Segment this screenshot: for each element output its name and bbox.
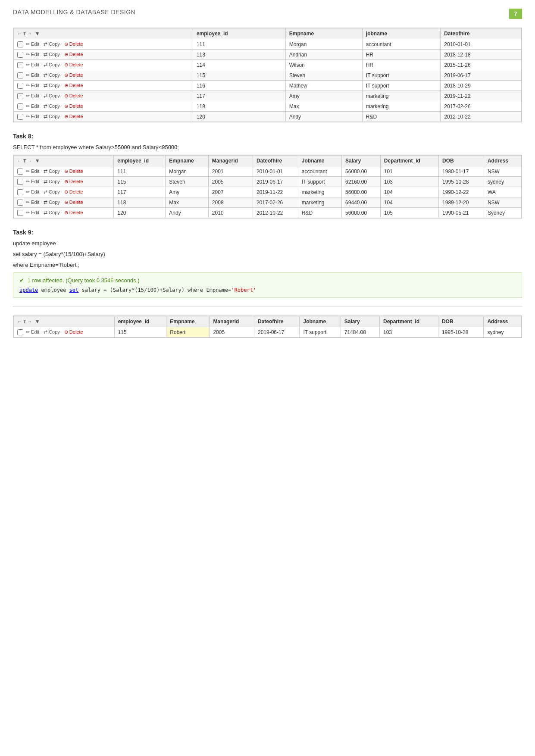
edit-button[interactable]: ✏ Edit [24,93,41,99]
t3-col-managerid: Managerid [210,316,254,327]
t2-col-jobname: Jobname [298,156,341,166]
edit-button[interactable]: ✏ Edit [24,62,41,68]
dateofhire-cell: 2012-10-22 [253,208,298,218]
edit-button[interactable]: ✏ Edit [24,103,41,109]
address-cell: Sydney [484,208,521,218]
row-checkbox[interactable] [17,103,23,109]
task9-query-line2: set salary = (Salary*(15/100)+Salary) [13,251,522,257]
edit-button[interactable]: ✏ Edit [24,51,41,58]
delete-button[interactable]: ⊖ Delete [63,178,85,185]
dateofhire-cell: 2019-06-17 [441,70,522,81]
salary-cell: 56000.00 [342,187,381,197]
row-checkbox[interactable] [17,114,23,120]
edit-button[interactable]: ✏ Edit [24,199,41,206]
delete-button[interactable]: ⊖ Delete [63,93,85,99]
checkmark-icon: ✔ [19,277,24,284]
delete-button[interactable]: ⊖ Delete [63,113,85,120]
delete-button[interactable]: ⊖ Delete [63,168,85,175]
employee-id-cell: 114 [193,60,285,70]
copy-button[interactable]: ⇄ Copy [42,178,62,185]
dob-cell: 1989-12-20 [439,197,484,208]
row-checkbox[interactable] [17,41,23,47]
action-cell: ✏ Edit ⇄ Copy ⊖ Delete [14,101,193,112]
edit-button[interactable]: ✏ Edit [24,82,41,89]
employee-id-cell: 111 [114,166,166,177]
edit-button[interactable]: ✏ Edit [24,178,41,185]
edit-button[interactable]: ✏ Edit [24,329,41,335]
table1: ← T → ▼ employee_id Empname jobname Date… [13,28,522,122]
table1-col-actions: ← T → ▼ [14,28,193,39]
filter-icon-2[interactable]: ▼ [35,158,40,164]
copy-button[interactable]: ⇄ Copy [42,103,62,109]
row-checkbox[interactable] [17,83,23,89]
edit-button[interactable]: ✏ Edit [24,189,41,195]
jobname-cell: R&D [298,208,341,218]
employee-id-cell: 111 [193,39,285,50]
copy-button[interactable]: ⇄ Copy [42,82,62,89]
delete-button[interactable]: ⊖ Delete [63,72,85,78]
row-checkbox[interactable] [17,200,23,206]
empname-cell: Robert [166,327,210,337]
copy-button[interactable]: ⇄ Copy [42,51,62,58]
table2-col-actions: ← T → ▼ [14,156,114,166]
delete-button[interactable]: ⊖ Delete [63,329,85,335]
row-checkbox[interactable] [17,62,23,68]
copy-button[interactable]: ⇄ Copy [42,189,62,195]
query-entity: employee [41,287,69,293]
table-row: ✏ Edit ⇄ Copy ⊖ Delete 118 Max marketing… [14,101,522,112]
address-cell: NSW [484,166,521,177]
task9-query-line1: update employee [13,240,522,247]
t3-col-salary: Salary [341,316,379,327]
row-checkbox[interactable] [17,189,23,195]
table-row: ✏ Edit ⇄ Copy ⊖ Delete 120 Andy R&D 2012… [14,112,522,122]
row-checkbox[interactable] [17,72,23,78]
copy-button[interactable]: ⇄ Copy [42,93,62,99]
empname-cell: Mathew [285,81,362,91]
edit-button[interactable]: ✏ Edit [24,41,41,47]
copy-button[interactable]: ⇄ Copy [42,199,62,206]
query-expr: salary = (Salary*(15/100)+Salary) [82,287,188,293]
t3-col-jobname: Jobname [300,316,341,327]
empname-cell: Max [166,197,209,208]
managerid-cell: 2008 [208,197,253,208]
copy-button[interactable]: ⇄ Copy [42,113,62,120]
task8-query: SELECT * from employee where Salary>5500… [13,144,522,150]
copy-button[interactable]: ⇄ Copy [42,41,62,47]
table1-col-empname: Empname [285,28,362,39]
filter-icon[interactable]: ▼ [35,31,40,37]
row-checkbox[interactable] [17,52,23,58]
copy-button[interactable]: ⇄ Copy [42,168,62,175]
empname-cell: Amy [166,187,209,197]
action-cell: ✏ Edit ⇄ Copy ⊖ Delete [14,177,114,187]
delete-button[interactable]: ⊖ Delete [63,189,85,195]
row-checkbox[interactable] [17,169,23,175]
empname-cell: Max [285,101,362,112]
delete-button[interactable]: ⊖ Delete [63,41,85,47]
edit-button[interactable]: ✏ Edit [24,168,41,175]
copy-button[interactable]: ⇄ Copy [42,329,62,335]
delete-button[interactable]: ⊖ Delete [63,199,85,206]
action-cell: ✏ Edit ⇄ Copy ⊖ Delete [14,70,193,81]
copy-button[interactable]: ⇄ Copy [42,209,62,216]
edit-button[interactable]: ✏ Edit [24,209,41,216]
copy-button[interactable]: ⇄ Copy [42,72,62,78]
filter-icon-3[interactable]: ▼ [35,319,40,325]
task9-query-line3: where Empname='Robert'; [13,262,522,268]
edit-button[interactable]: ✏ Edit [24,72,41,78]
delete-button[interactable]: ⊖ Delete [63,82,85,89]
edit-button[interactable]: ✏ Edit [24,113,41,120]
managerid-cell: 2010 [208,208,253,218]
row-checkbox[interactable] [17,179,23,185]
employee-id-cell: 113 [193,50,285,60]
row-checkbox[interactable] [17,329,23,335]
employee-id-cell: 115 [114,327,166,337]
dept-cell: 103 [380,327,438,337]
copy-button[interactable]: ⇄ Copy [42,62,62,68]
delete-button[interactable]: ⊖ Delete [63,51,85,58]
row-checkbox[interactable] [17,210,23,216]
row-checkbox[interactable] [17,93,23,99]
empname-cell: Andy [166,208,209,218]
delete-button[interactable]: ⊖ Delete [63,209,85,216]
delete-button[interactable]: ⊖ Delete [63,103,85,109]
delete-button[interactable]: ⊖ Delete [63,62,85,68]
